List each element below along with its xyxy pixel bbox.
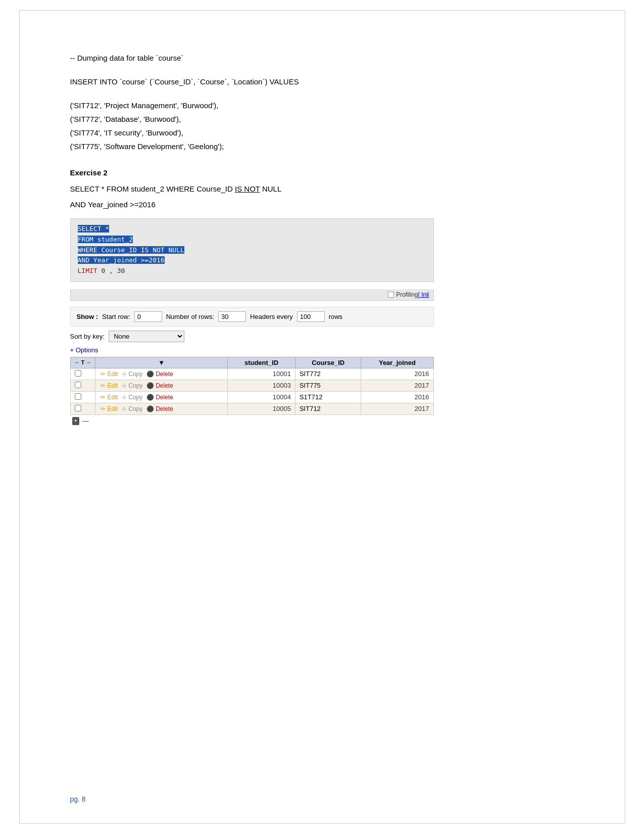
copy-button-1[interactable]: ⊹ Copy (121, 370, 143, 378)
table-row: ✏ Edit ⊹ Copy ⚫ Delete 10005 SIT712 2017 (70, 403, 433, 414)
dump-comment: -- Dumping data for table `course` (70, 51, 574, 65)
sql-where-highlight: WHERE Course_ID IS NOT NULL (78, 246, 184, 254)
exercise2-section: Exercise 2 SELECT * FROM student_2 WHERE… (70, 168, 574, 425)
col-year-joined[interactable]: Year_joined (361, 357, 433, 368)
copy-button-2[interactable]: ⊹ Copy (121, 382, 143, 389)
row1-year-joined: 2016 (361, 368, 433, 380)
col-sort-arrow[interactable]: ▼ (95, 357, 228, 368)
edit-button-3[interactable]: ✏ Edit (100, 394, 119, 401)
profiling-link[interactable]: [ Inli (418, 291, 429, 298)
sort-by-label: Sort by key: (70, 333, 105, 340)
show-controls: Show : Start row: Number of rows: Header… (70, 307, 434, 327)
row1-course-id: SIT772 (295, 368, 361, 380)
sql-select-highlight: SELECT * (78, 225, 110, 233)
row2-checkbox[interactable] (70, 380, 95, 391)
dumping-section: -- Dumping data for table `course` INSER… (70, 51, 574, 153)
dump-values: ('SIT712', 'Project Management', 'Burwoo… (70, 99, 574, 153)
start-row-input[interactable] (134, 311, 162, 322)
dump-value-4: ('SIT775', 'Software Development', 'Geel… (70, 140, 574, 153)
col-course-id[interactable]: Course_ID (295, 357, 361, 368)
row1-student-id: 10001 (228, 368, 295, 380)
sql-and-highlight: AND Year_joined >=2016 (78, 256, 165, 264)
sql-line1: SELECT * (78, 224, 426, 235)
edit-button-2[interactable]: ✏ Edit (100, 382, 119, 389)
copy-button-3[interactable]: ⊹ Copy (121, 394, 143, 401)
row2-course-id: SIT775 (295, 380, 361, 391)
query-line2: AND Year_joined >=2016 (70, 198, 574, 211)
options-link[interactable]: + Options (70, 346, 574, 354)
sql-line2: FROM student_2 (78, 235, 426, 245)
headers-every-label: Headers every (250, 313, 293, 320)
col-student-id[interactable]: student_ID (228, 357, 295, 368)
checkbox-1[interactable] (75, 370, 81, 377)
row1-checkbox[interactable] (70, 368, 95, 380)
sql-limit-keyword: LIMIT (78, 267, 97, 274)
row3-checkbox[interactable] (70, 391, 95, 403)
page: -- Dumping data for table `course` INSER… (19, 10, 625, 824)
row1-actions: ✏ Edit ⊹ Copy ⚫ Delete (95, 368, 228, 380)
number-of-rows-input[interactable] (218, 311, 246, 322)
copy-button-4[interactable]: ⊹ Copy (121, 405, 143, 412)
table-header-row: ← T → ▼ student_ID Course_ID Year_joined (70, 357, 433, 368)
delete-button-2[interactable]: ⚫ Delete (145, 382, 174, 389)
sql-code-block: SELECT * FROM student_2 WHERE Course_ID … (70, 218, 434, 282)
delete-button-1[interactable]: ⚫ Delete (145, 370, 174, 378)
edit-button-4[interactable]: ✏ Edit (100, 405, 119, 412)
data-table-wrapper: ← T → ▼ student_ID Course_ID Year_joined (70, 357, 434, 415)
page-footer: pg. 8 (70, 795, 86, 803)
sql-from-highlight: FROM student_2 (78, 236, 133, 243)
row4-actions: ✏ Edit ⊹ Copy ⚫ Delete (95, 403, 228, 414)
edit-button-1[interactable]: ✏ Edit (100, 370, 119, 378)
row2-student-id: 10003 (228, 380, 295, 391)
rows-label: rows (329, 313, 342, 320)
query-line1-suffix: NULL (260, 184, 282, 193)
checkbox-4[interactable] (75, 405, 81, 411)
checkbox-2[interactable] (75, 382, 81, 388)
row3-student-id: 10004 (228, 391, 295, 403)
query-line1-prefix: SELECT * FROM student_2 WHERE Course_ID (70, 184, 235, 193)
row2-actions: ✏ Edit ⊹ Copy ⚫ Delete (95, 380, 228, 391)
row3-actions: ✏ Edit ⊹ Copy ⚫ Delete (95, 391, 228, 403)
sql-limit-values: 0 , 30 (97, 267, 125, 274)
sort-controls: Sort by key: None student_ID Course_ID Y… (70, 331, 574, 342)
arrow-right[interactable]: → (85, 359, 91, 365)
delete-button-4[interactable]: ⚫ Delete (145, 405, 174, 412)
checkbox-3[interactable] (75, 393, 81, 400)
row4-year-joined: 2017 (361, 403, 433, 414)
show-label: Show : (77, 313, 98, 320)
page-dash: — (82, 417, 89, 425)
sql-line4: AND Year_joined >=2016 (78, 255, 426, 266)
profiling-checkbox[interactable] (388, 292, 394, 298)
row2-year-joined: 2017 (361, 380, 433, 391)
start-row-label: Start row: (102, 313, 130, 320)
query-line1-underline: IS NOT (235, 184, 260, 193)
profiling-label: Profiling (396, 291, 418, 298)
arrow-t[interactable]: T (81, 359, 85, 365)
dump-insert: INSERT INTO `course` (`Course_ID`, `Cour… (70, 75, 574, 88)
data-table: ← T → ▼ student_ID Course_ID Year_joined (70, 357, 434, 415)
table-row: ✏ Edit ⊹ Copy ⚫ Delete 10004 S1T712 2016 (70, 391, 433, 403)
table-row: ✏ Edit ⊹ Copy ⚫ Delete 10001 SIT772 2016 (70, 368, 433, 380)
row3-course-id: S1T712 (295, 391, 361, 403)
pagination-row: • — (70, 417, 574, 425)
arrow-left[interactable]: ← (75, 359, 80, 365)
headers-every-input[interactable] (297, 311, 325, 322)
row4-checkbox[interactable] (70, 403, 95, 414)
dump-value-2: ('SIT772', 'Database', 'Burwood'), (70, 112, 574, 126)
dump-value-1: ('SIT712', 'Project Management', 'Burwoo… (70, 99, 574, 112)
sort-select[interactable]: None student_ID Course_ID Year_joined (109, 331, 184, 342)
profiling-bar: Profiling [ Inli (70, 289, 434, 301)
dump-value-3: ('SIT774', 'IT security', 'Burwood'), (70, 126, 574, 140)
sql-line5: LIMIT 0 , 30 (78, 266, 426, 276)
row4-student-id: 10005 (228, 403, 295, 414)
sql-line3: WHERE Course_ID IS NOT NULL (78, 245, 426, 256)
exercise2-heading: Exercise 2 (70, 168, 574, 177)
row4-course-id: SIT712 (295, 403, 361, 414)
query-line1: SELECT * FROM student_2 WHERE Course_ID … (70, 182, 574, 196)
number-of-rows-label: Number of rows: (166, 313, 214, 320)
delete-button-3[interactable]: ⚫ Delete (145, 394, 174, 401)
table-row: ✏ Edit ⊹ Copy ⚫ Delete 10003 SIT775 2017 (70, 380, 433, 391)
page-number-dot: • (72, 417, 79, 425)
col-checkbox: ← T → (70, 357, 95, 368)
row3-year-joined: 2016 (361, 391, 433, 403)
